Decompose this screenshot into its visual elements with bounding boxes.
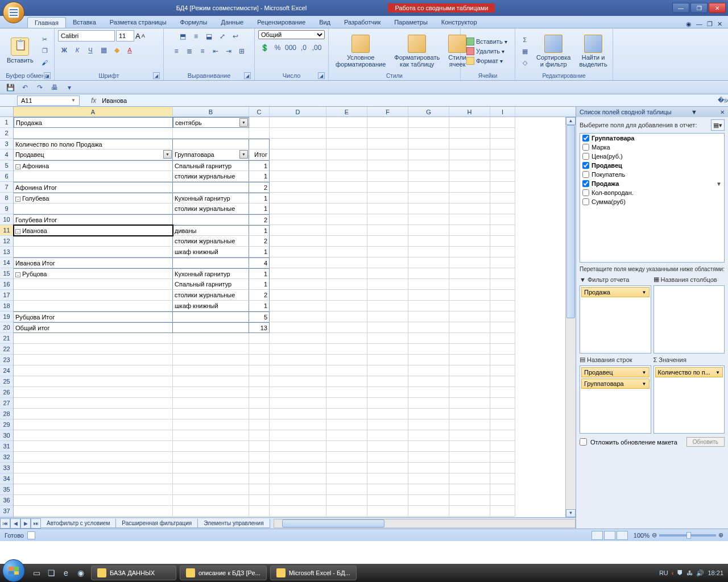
cell-A37[interactable]	[14, 506, 173, 517]
cell-I21[interactable]	[490, 333, 515, 344]
cell-E33[interactable]	[326, 463, 367, 473]
cell-G37[interactable]	[408, 506, 449, 517]
pivot-field-item[interactable]: Цена(руб.)	[580, 152, 724, 161]
column-header-C[interactable]: C	[249, 107, 270, 117]
cell-D26[interactable]	[270, 387, 326, 398]
cell-I22[interactable]	[490, 344, 515, 355]
cell-H15[interactable]	[449, 268, 490, 279]
row-header-35[interactable]: 35	[0, 484, 13, 495]
cell-H2[interactable]	[449, 128, 490, 139]
cell-I17[interactable]	[490, 290, 515, 301]
cell-A13[interactable]	[14, 247, 173, 257]
row-header-37[interactable]: 37	[0, 506, 13, 517]
cell-A4[interactable]: Продавец▼	[14, 149, 173, 160]
cell-C8[interactable]: 1	[249, 193, 270, 203]
border-button[interactable]: ▦	[97, 44, 110, 56]
font-size-input[interactable]	[116, 30, 134, 41]
cell-D13[interactable]	[270, 247, 326, 257]
tray-network-icon[interactable]: 🖧	[686, 569, 693, 576]
cell-D17[interactable]	[270, 290, 326, 301]
filter-drop-zone[interactable]: Продажа▼	[580, 285, 651, 354]
row-header-13[interactable]: 13	[0, 247, 13, 257]
column-header-F[interactable]: F	[367, 107, 408, 117]
cell-I6[interactable]	[490, 171, 515, 182]
cell-D32[interactable]	[270, 452, 326, 463]
row-header-26[interactable]: 26	[0, 387, 13, 398]
cell-F30[interactable]	[367, 430, 408, 441]
cell-C16[interactable]: 1	[249, 279, 270, 290]
cell-B25[interactable]	[173, 376, 249, 387]
cell-A3[interactable]: Количество по полю Продажа	[14, 139, 173, 149]
cell-C9[interactable]: 1	[249, 203, 270, 214]
cell-G14[interactable]	[408, 257, 449, 268]
sheet-nav-last[interactable]: ⏭	[31, 518, 41, 529]
cell-C13[interactable]: 1	[249, 247, 270, 257]
cell-F5[interactable]	[367, 160, 408, 171]
cell-D18[interactable]	[270, 301, 326, 311]
cell-F23[interactable]	[367, 355, 408, 365]
cell-A32[interactable]	[14, 452, 173, 463]
zoom-slider[interactable]	[659, 534, 716, 537]
cell-G33[interactable]	[408, 463, 449, 473]
cell-F9[interactable]	[367, 203, 408, 214]
cell-A21[interactable]	[14, 333, 173, 344]
clear-icon[interactable]: ◇	[520, 57, 530, 68]
cell-F4[interactable]	[367, 149, 408, 160]
font-color-button[interactable]: A	[123, 44, 136, 56]
cell-G6[interactable]	[408, 171, 449, 182]
row-header-5[interactable]: 5	[0, 160, 13, 171]
cell-C36[interactable]	[249, 495, 270, 506]
close-button[interactable]: ✕	[709, 3, 726, 13]
cell-F35[interactable]	[367, 484, 408, 495]
cell-B28[interactable]	[173, 409, 249, 419]
maximize-button[interactable]: ❐	[690, 3, 708, 13]
cell-A20[interactable]: Общий итог	[14, 322, 173, 333]
cell-B8[interactable]: Кухонный гарнитур	[173, 193, 249, 203]
sort-filter-button[interactable]: Сортировка и фильтр	[533, 34, 574, 69]
cell-H27[interactable]	[449, 398, 490, 409]
cell-I8[interactable]	[490, 193, 515, 203]
cell-G3[interactable]	[408, 139, 449, 149]
cell-G19[interactable]	[408, 311, 449, 322]
cell-F36[interactable]	[367, 495, 408, 506]
cell-B7[interactable]	[173, 182, 249, 193]
cell-F1[interactable]	[367, 117, 408, 128]
cell-D15[interactable]	[270, 268, 326, 279]
cell-B15[interactable]: Кухонный гарнитур	[173, 268, 249, 279]
cell-B24[interactable]	[173, 365, 249, 376]
pivot-field-item[interactable]: Покупатель	[580, 170, 724, 179]
cell-D20[interactable]	[270, 322, 326, 333]
cell-F19[interactable]	[367, 311, 408, 322]
column-header-E[interactable]: E	[326, 107, 367, 117]
cell-C18[interactable]: 1	[249, 301, 270, 311]
media-player-icon[interactable]: ◉	[74, 566, 88, 580]
cell-E22[interactable]	[326, 344, 367, 355]
cell-G21[interactable]	[408, 333, 449, 344]
cell-H30[interactable]	[449, 430, 490, 441]
ribbon-tab-0[interactable]: Главная	[27, 17, 66, 28]
cell-H31[interactable]	[449, 441, 490, 452]
row-header-22[interactable]: 22	[0, 344, 13, 355]
cell-A26[interactable]	[14, 387, 173, 398]
cell-D23[interactable]	[270, 355, 326, 365]
pivot-field-item[interactable]: Кол-вопродан.	[580, 188, 724, 197]
cell-A33[interactable]	[14, 463, 173, 473]
column-header-H[interactable]: H	[449, 107, 490, 117]
page-break-view-button[interactable]	[617, 531, 628, 540]
cell-C3[interactable]	[249, 139, 270, 149]
cell-F29[interactable]	[367, 419, 408, 430]
cell-A16[interactable]	[14, 279, 173, 290]
row-header-10[interactable]: 10	[0, 214, 13, 225]
cell-D8[interactable]	[270, 193, 326, 203]
cell-E13[interactable]	[326, 247, 367, 257]
row-header-36[interactable]: 36	[0, 495, 13, 506]
cell-G1[interactable]	[408, 117, 449, 128]
autosum-icon[interactable]: Σ	[520, 35, 530, 45]
cell-H20[interactable]	[449, 322, 490, 333]
pane-close-icon[interactable]: ✕	[720, 109, 725, 115]
cell-C1[interactable]	[249, 117, 270, 128]
row-header-15[interactable]: 15	[0, 268, 13, 279]
cell-F2[interactable]	[367, 128, 408, 139]
cell-H36[interactable]	[449, 495, 490, 506]
cell-I25[interactable]	[490, 376, 515, 387]
